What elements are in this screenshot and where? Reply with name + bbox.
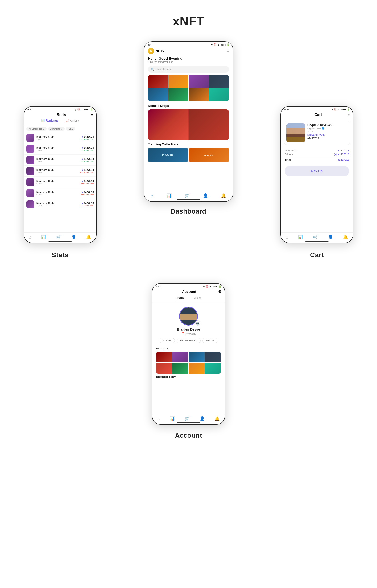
interest-cell-6[interactable]	[173, 363, 188, 374]
stats-price-5: ♦ 14270.13	[80, 180, 94, 182]
nft-cell-6[interactable]	[168, 88, 188, 101]
nft-cell-1[interactable]	[148, 75, 168, 88]
cart-nav-cart[interactable]: 🛒	[313, 235, 318, 240]
pill-trade[interactable]: TRADE	[202, 338, 217, 343]
table-row[interactable]: Monfters Club +More ♦ 14270.13 6384991.2…	[24, 155, 96, 166]
nft-cell-3[interactable]	[189, 75, 209, 88]
nav-bell[interactable]: 🔔	[221, 193, 226, 199]
tab-profile[interactable]: Profile	[176, 296, 184, 301]
stats-info-1: Monfters Club +More	[36, 135, 79, 140]
notable-col-1[interactable]	[148, 110, 188, 140]
summary-total-value: ♦1427013	[338, 158, 349, 161]
nav-account[interactable]: 👤	[203, 193, 208, 199]
stats-nav-stats[interactable]: 📊	[41, 235, 47, 240]
cart-summary: Item Price ♦1427013 Addons (+) ♦1427013 …	[281, 147, 353, 164]
table-row[interactable]: Monfters Club +More ♦ 14270.13 -6384991.…	[24, 177, 96, 188]
filter-search[interactable]: Se...	[66, 127, 75, 131]
cart-nav-account[interactable]: 👤	[328, 235, 333, 240]
stats-nav-bell[interactable]: 🔔	[86, 235, 91, 240]
stats-info-5: Monfters Club +More	[36, 180, 78, 185]
stats-name-2: Monfters Club	[36, 146, 79, 149]
nav-stats[interactable]: 📊	[166, 193, 172, 199]
cart-status-icons: ⚲ ⏰ ▲ WiFi 🔋	[331, 108, 350, 111]
pill-proprietary[interactable]: PROPRIETARY	[177, 338, 200, 343]
avatar	[26, 189, 35, 197]
table-row[interactable]: Monfters Club +More ♦ 14270.13 -6384991.…	[24, 199, 96, 210]
tab-rankings[interactable]: 📊 Rankings	[41, 119, 59, 124]
notable-col-2[interactable]	[189, 110, 229, 140]
tab-activity[interactable]: 📈 Activity	[66, 119, 79, 124]
account-nav-account[interactable]: 👤	[200, 416, 205, 421]
interest-cell-7[interactable]	[189, 363, 204, 374]
pay-button[interactable]: Pay Up	[285, 166, 349, 176]
search-placeholder: Search here	[156, 68, 171, 71]
interest-cell-3[interactable]	[189, 352, 204, 363]
trending-item-1[interactable]: MEGA CITYLAND SALE	[148, 148, 188, 162]
home-icon: ⌂	[157, 416, 160, 421]
avatar	[26, 145, 35, 153]
account-nav-cart[interactable]: 🛒	[185, 416, 190, 421]
stats-change-1: 6384991.22%	[81, 138, 94, 140]
cart-signal-icon: ▲	[338, 108, 340, 111]
hamburger-icon[interactable]: ≡	[226, 49, 229, 54]
nav-home[interactable]: ⌂	[151, 193, 153, 199]
cart-nav-home[interactable]: ⌂	[286, 235, 288, 240]
stats-name-7: Monfters Club	[36, 202, 78, 205]
cart-collection: CryptoPunks ✓	[307, 127, 348, 130]
pill-about[interactable]: ABOUT	[160, 338, 175, 343]
stats-values-3: ♦ 14270.13 6384991.22%	[81, 158, 94, 163]
camera-icon[interactable]: 📷	[195, 320, 200, 325]
stats-nav-home[interactable]: ⌂	[29, 235, 32, 240]
nft-cell-8[interactable]	[209, 88, 229, 101]
nft-cell-2[interactable]	[168, 75, 188, 88]
location-text: Newyork	[185, 332, 196, 335]
filter-categories[interactable]: All Categories ▼	[26, 127, 47, 131]
cart-time: 5:47	[284, 108, 289, 111]
dashboard-search[interactable]: 🔍 Search here	[148, 66, 229, 73]
interest-cell-8[interactable]	[205, 363, 221, 374]
stats-name-1: Monfters Club	[36, 135, 79, 138]
cart-menu-icon[interactable]: ≡	[348, 113, 350, 117]
settings-icon[interactable]: ⚙	[218, 289, 221, 294]
table-row[interactable]: Monfters Club +More ♦ 14270.13 6384991.2…	[24, 132, 96, 143]
stats-avatar-2	[26, 145, 35, 153]
nav-cart[interactable]: 🛒	[185, 193, 190, 199]
table-row[interactable]: Monfters Club +More ♦ 14270.13 6384991.2…	[24, 143, 96, 155]
stats-wifi-icon: WiFi	[84, 108, 89, 111]
stats-screen: 5:47 ⚲ ⏰ ▲ WiFi 🔋 Stats ≡ 📊 Rankings 📈	[24, 107, 96, 243]
account-nav-home[interactable]: ⌂	[157, 416, 160, 421]
table-row[interactable]: Monfters Club +More ♦ 14270.13 -6384991.…	[24, 166, 96, 177]
stats-nav-cart[interactable]: 🛒	[56, 235, 61, 240]
interest-cell-4[interactable]	[205, 352, 221, 363]
dashboard-phone: 5:47 ⚲ ⏰ ▲ WiFi 🔋 N NFTx ≡ Hello, Good E…	[144, 41, 233, 202]
cart-phone: 5:47 ⚲ ⏰ ▲ WiFi 🔋 Cart ≡ CryptoPunk #352…	[280, 106, 353, 243]
bar-chart-icon: 📊	[41, 235, 47, 240]
bar-chart-icon: 📊	[298, 235, 303, 240]
interest-cell-2[interactable]	[173, 352, 188, 363]
table-row[interactable]: Monfters Club +More ♦ 14270.13 -6384991.…	[24, 188, 96, 199]
activity-icon: 📈	[66, 119, 69, 123]
greeting-main: Hello, Good Evening	[148, 56, 229, 60]
account-nav-stats[interactable]: 📊	[170, 416, 175, 421]
stats-nav-account[interactable]: 👤	[71, 235, 76, 240]
tab-wallet[interactable]: Wallet	[194, 296, 201, 301]
cart-nav-bell[interactable]: 🔔	[343, 235, 348, 240]
interest-cell-1[interactable]	[156, 352, 172, 363]
stats-sub-2: +More	[36, 149, 79, 151]
account-nav-bell[interactable]: 🔔	[214, 416, 220, 421]
nft-cell-7[interactable]	[189, 88, 209, 101]
stats-avatar-6	[26, 189, 35, 197]
filter-chains[interactable]: All Chains ▼	[48, 127, 65, 131]
notable-drops-label: Notable Drops	[144, 103, 233, 109]
stats-menu-icon[interactable]: ≡	[91, 113, 93, 117]
cart-screen: 5:47 ⚲ ⏰ ▲ WiFi 🔋 Cart ≡ CryptoPunk #352…	[281, 107, 353, 243]
interest-cell-5[interactable]	[156, 363, 172, 374]
trending-item-2[interactable]: MEGA CI...	[189, 148, 229, 162]
nft-cell-5[interactable]	[148, 88, 168, 101]
stats-change-4: -6384991.22%	[80, 171, 94, 174]
coin-icon: N	[148, 48, 154, 54]
nft-cell-4[interactable]	[209, 75, 229, 88]
cart-item-card[interactable]: CryptoPunk #3522 CryptoPunks ✓ ♥ 174 638…	[284, 121, 350, 145]
cart-nav-stats[interactable]: 📊	[298, 235, 303, 240]
avatar	[26, 156, 35, 164]
